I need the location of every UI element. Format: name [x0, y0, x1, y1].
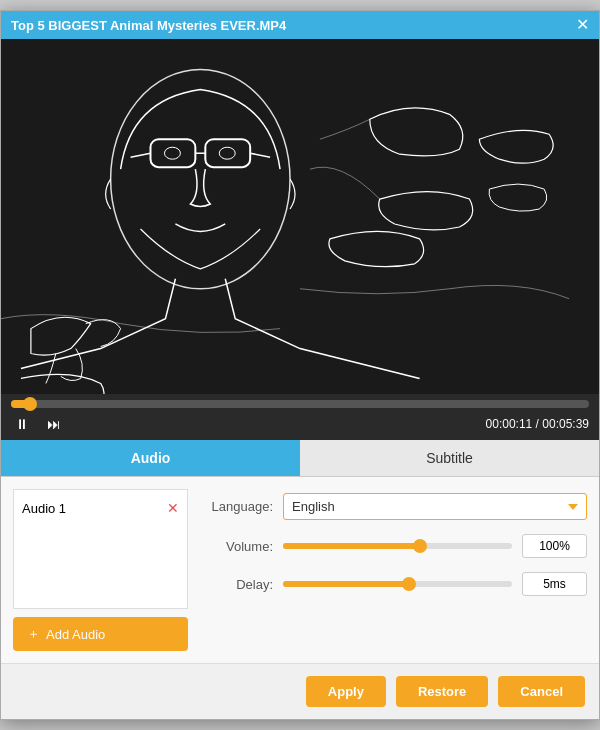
volume-fill	[283, 543, 420, 549]
main-window: Top 5 BIGGEST Animal Mysteries EVER.MP4 …	[0, 10, 600, 720]
tabs-row: Audio Subtitle	[1, 440, 599, 477]
time-display: 00:00:11 / 00:05:39	[486, 417, 589, 431]
play-pause-button[interactable]: ⏸	[11, 414, 33, 434]
close-button[interactable]: ✕	[576, 17, 589, 33]
apply-button[interactable]: Apply	[306, 676, 386, 707]
add-audio-label: Add Audio	[46, 627, 105, 642]
current-time: 00:00:11	[486, 417, 533, 431]
content-area: Audio 1 ✕ ＋ Add Audio Language: English …	[1, 477, 599, 663]
volume-slider-container	[283, 543, 512, 549]
skip-forward-button[interactable]: ⏭	[43, 414, 65, 434]
delay-fill	[283, 581, 409, 587]
volume-thumb[interactable]	[413, 539, 427, 553]
settings-panel: Language: English French Spanish German …	[203, 489, 587, 651]
add-audio-button[interactable]: ＋ Add Audio	[13, 617, 188, 651]
delay-slider-track[interactable]	[283, 581, 512, 587]
total-time: 00:05:39	[542, 417, 589, 431]
ctrl-buttons: ⏸ ⏭	[11, 414, 65, 434]
cancel-button[interactable]: Cancel	[498, 676, 585, 707]
delay-input[interactable]	[522, 572, 587, 596]
delay-slider-container	[283, 581, 512, 587]
bottom-buttons: Apply Restore Cancel	[1, 663, 599, 719]
video-player	[1, 39, 599, 394]
volume-label: Volume:	[203, 539, 273, 554]
delay-thumb[interactable]	[402, 577, 416, 591]
progress-bar[interactable]	[11, 400, 589, 408]
controls-bar: ⏸ ⏭ 00:00:11 / 00:05:39	[1, 394, 599, 440]
progress-thumb	[23, 397, 37, 411]
audio-list: Audio 1 ✕	[13, 489, 188, 609]
list-item: Audio 1 ✕	[22, 498, 179, 518]
audio-remove-button[interactable]: ✕	[167, 500, 179, 516]
add-icon: ＋	[27, 625, 40, 643]
language-label: Language:	[203, 499, 273, 514]
title-bar: Top 5 BIGGEST Animal Mysteries EVER.MP4 …	[1, 11, 599, 39]
svg-rect-0	[1, 40, 599, 394]
delay-label: Delay:	[203, 577, 273, 592]
language-row: Language: English French Spanish German …	[203, 493, 587, 520]
volume-input[interactable]	[522, 534, 587, 558]
audio-list-panel: Audio 1 ✕ ＋ Add Audio	[13, 489, 188, 651]
delay-row: Delay:	[203, 572, 587, 596]
video-frame	[1, 39, 599, 394]
language-select[interactable]: English French Spanish German Chinese Ja…	[283, 493, 587, 520]
tab-audio[interactable]: Audio	[1, 440, 300, 476]
window-title: Top 5 BIGGEST Animal Mysteries EVER.MP4	[11, 18, 286, 33]
restore-button[interactable]: Restore	[396, 676, 488, 707]
tab-subtitle[interactable]: Subtitle	[300, 440, 599, 476]
volume-row: Volume:	[203, 534, 587, 558]
audio-item-label: Audio 1	[22, 501, 66, 516]
controls-row: ⏸ ⏭ 00:00:11 / 00:05:39	[11, 414, 589, 434]
volume-slider-track[interactable]	[283, 543, 512, 549]
